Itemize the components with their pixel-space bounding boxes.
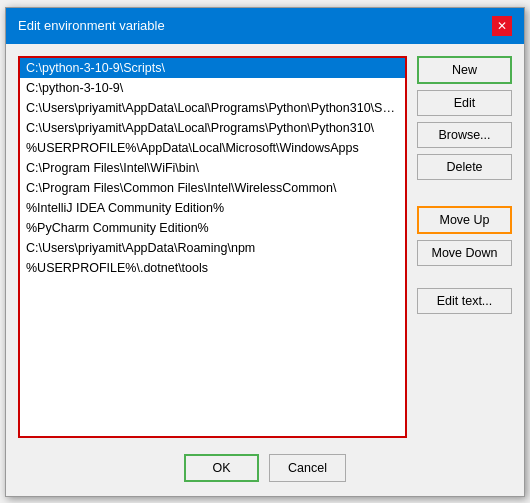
- close-button[interactable]: ✕: [492, 16, 512, 36]
- list-item[interactable]: %IntelliJ IDEA Community Edition%: [20, 198, 405, 218]
- dialog-title: Edit environment variable: [18, 18, 165, 33]
- list-item[interactable]: %USERPROFILE%\.dotnet\tools: [20, 258, 405, 278]
- list-item[interactable]: C:\python-3-10-9\Scripts\: [20, 58, 405, 78]
- delete-button[interactable]: Delete: [417, 154, 512, 180]
- list-item[interactable]: C:\Users\priyamit\AppData\Local\Programs…: [20, 98, 405, 118]
- list-item[interactable]: C:\Program Files\Intel\WiFi\bin\: [20, 158, 405, 178]
- list-item[interactable]: %USERPROFILE%\AppData\Local\Microsoft\Wi…: [20, 138, 405, 158]
- ok-button[interactable]: OK: [184, 454, 259, 482]
- edit-env-var-dialog: Edit environment variable ✕ C:\python-3-…: [5, 7, 525, 497]
- list-item[interactable]: C:\Program Files\Common Files\Intel\Wire…: [20, 178, 405, 198]
- new-button[interactable]: New: [417, 56, 512, 84]
- browse-button[interactable]: Browse...: [417, 122, 512, 148]
- spacer1: [417, 186, 512, 200]
- title-bar: Edit environment variable ✕: [6, 8, 524, 44]
- action-buttons: New Edit Browse... Delete Move Up Move D…: [417, 56, 512, 438]
- list-item[interactable]: C:\python-3-10-9\: [20, 78, 405, 98]
- dialog-footer: OK Cancel: [6, 446, 524, 496]
- edit-button[interactable]: Edit: [417, 90, 512, 116]
- dialog-body: C:\python-3-10-9\Scripts\C:\python-3-10-…: [6, 44, 524, 446]
- list-item[interactable]: C:\Users\priyamit\AppData\Local\Programs…: [20, 118, 405, 138]
- cancel-button[interactable]: Cancel: [269, 454, 346, 482]
- list-item[interactable]: %PyCharm Community Edition%: [20, 218, 405, 238]
- move-down-button[interactable]: Move Down: [417, 240, 512, 266]
- env-var-list[interactable]: C:\python-3-10-9\Scripts\C:\python-3-10-…: [18, 56, 407, 438]
- edit-text-button[interactable]: Edit text...: [417, 288, 512, 314]
- list-item[interactable]: C:\Users\priyamit\AppData\Roaming\npm: [20, 238, 405, 258]
- move-up-button[interactable]: Move Up: [417, 206, 512, 234]
- spacer2: [417, 272, 512, 282]
